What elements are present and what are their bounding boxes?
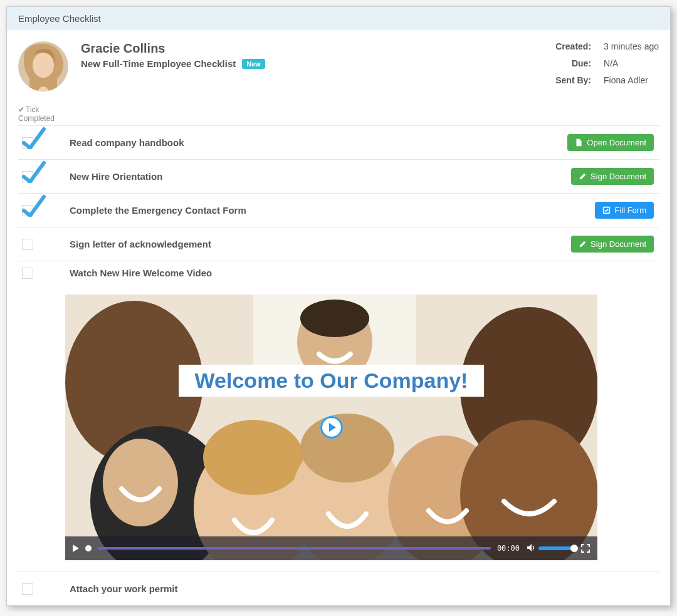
svg-point-16	[300, 300, 369, 337]
tick-column-header: ✔Tick Completed	[18, 105, 659, 123]
fullscreen-icon[interactable]	[581, 544, 590, 553]
video-scrubber-handle[interactable]	[85, 545, 92, 551]
item-title: New Hire Orientation	[70, 171, 560, 182]
created-value: 3 minutes ago	[604, 41, 659, 58]
check-icon: ✔	[18, 105, 24, 114]
svg-point-2	[33, 53, 54, 78]
pencil-icon	[579, 172, 587, 180]
checklist-title: New Full-Time Employee Checklist	[81, 58, 236, 69]
checklist-item: Attach your work permit	[18, 572, 659, 605]
volume-slider[interactable]	[538, 546, 575, 550]
checkbox[interactable]	[22, 268, 33, 279]
due-value: N/A	[604, 58, 659, 75]
due-label: Due:	[555, 58, 591, 75]
checkbox[interactable]	[22, 137, 33, 149]
pencil-icon	[579, 240, 587, 248]
item-title: Read company handbook	[70, 137, 556, 148]
employee-name: Gracie Collins	[81, 41, 265, 56]
created-label: Created:	[555, 41, 591, 58]
video-title-overlay: Welcome to Our Company!	[179, 365, 485, 397]
checklist-item: New Hire Orientation Sign Document	[18, 159, 659, 193]
checklist: Read company handbook Open Document New …	[18, 125, 659, 605]
play-icon[interactable]	[320, 416, 343, 439]
checklist-item: Complete the Emergency Contact Form Fill…	[18, 193, 659, 227]
video-time: 00:00	[497, 544, 520, 553]
avatar	[18, 41, 68, 91]
panel-title: Employee Checklist	[18, 13, 101, 24]
item-title: Sign letter of acknowledgement	[70, 239, 560, 249]
fill-form-button[interactable]: Fill Form	[595, 202, 654, 219]
sign-document-button[interactable]: Sign Document	[571, 236, 654, 253]
checkbox[interactable]	[22, 171, 33, 182]
checklist-item: Read company handbook Open Document	[18, 125, 659, 159]
checklist-item: Watch New Hire Welcome Video	[18, 261, 659, 295]
svg-point-17	[103, 439, 178, 526]
new-badge: New	[242, 59, 265, 69]
video-container: Welcome to Our Company! 00:00	[65, 295, 597, 560]
checklist-panel: Employee Checklist	[6, 6, 671, 606]
checkmark-icon	[21, 192, 46, 217]
speaker-icon[interactable]	[526, 543, 536, 555]
video-play-button[interactable]	[73, 545, 79, 552]
profile-row: Gracie Collins New Full-Time Employee Ch…	[18, 41, 659, 91]
item-title: Attach your work permit	[70, 583, 659, 594]
checkmark-icon	[21, 124, 46, 149]
video-controls: 00:00	[65, 536, 597, 560]
item-title: Complete the Emergency Contact Form	[70, 205, 584, 216]
item-title: Watch New Hire Welcome Video	[70, 268, 659, 278]
video-thumbnail[interactable]: Welcome to Our Company! 00:00	[65, 295, 597, 560]
sentby-label: Sent By:	[555, 75, 591, 91]
checkmark-icon	[21, 158, 46, 183]
file-icon	[575, 138, 583, 147]
checkbox[interactable]	[22, 583, 33, 595]
svg-point-11	[300, 414, 394, 483]
video-title: Welcome to Our Company!	[195, 368, 468, 392]
sentby-value: Fiona Adler	[604, 75, 659, 91]
panel-header: Employee Checklist	[7, 7, 670, 30]
meta-block: Created: 3 minutes ago Due: N/A Sent By:…	[555, 41, 659, 91]
form-icon	[602, 206, 611, 214]
sign-document-button[interactable]: Sign Document	[571, 168, 654, 185]
checkbox[interactable]	[22, 205, 33, 216]
video-progress-track[interactable]	[98, 547, 491, 550]
svg-point-9	[203, 420, 303, 495]
open-document-button[interactable]: Open Document	[567, 134, 654, 151]
checklist-item: Sign letter of acknowledgement Sign Docu…	[18, 227, 659, 261]
checkbox[interactable]	[22, 239, 33, 250]
